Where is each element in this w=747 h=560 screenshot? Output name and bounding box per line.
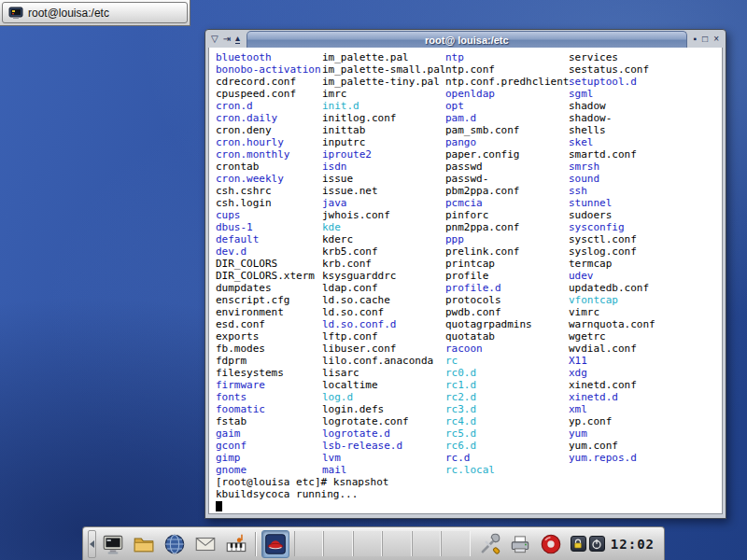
directory-entry: ssh: [569, 185, 655, 197]
tools-icon: [477, 532, 501, 556]
file-entry: shells: [569, 124, 655, 136]
symlink-entry: log.d: [322, 391, 445, 403]
directory-entry: foomatic: [216, 403, 321, 415]
directory-entry: skel: [569, 136, 655, 148]
maximize-button[interactable]: □: [702, 35, 708, 44]
file-entry: paper.config: [445, 148, 569, 161]
directory-entry: fonts: [216, 391, 321, 403]
directory-entry: isdn: [322, 161, 445, 173]
desktop-background: root@louisa:/etc ▽ ⇥ ▴ root@ louisa:/etc…: [0, 0, 747, 560]
panel-separator: [255, 532, 257, 556]
file-entry: libuser.conf: [322, 343, 445, 355]
file-entry: kderc: [322, 233, 445, 245]
file-entry: updatedb.conf: [569, 282, 655, 294]
minimize-button[interactable]: ▪: [694, 35, 698, 44]
clock[interactable]: 12:02: [611, 537, 655, 552]
empty-taskbar-slot: [382, 531, 411, 556]
terminal-content[interactable]: bluetoothbonobo-activationcdrecord.confc…: [208, 48, 723, 514]
titlebar-caption[interactable]: root@ louisa:/etc: [247, 31, 686, 48]
web-browser-launcher-button[interactable]: [161, 530, 189, 558]
file-entry: xinetd.conf: [569, 379, 655, 391]
titlebar[interactable]: ▽ ⇥ ▴ root@ louisa:/etc ▪ □ ×: [208, 30, 723, 48]
file-list-column: bluetoothbonobo-activationcdrecord.confc…: [216, 51, 321, 476]
file-entry: pam_smb.conf: [445, 124, 569, 136]
file-entry: yum.conf: [569, 440, 655, 452]
symlink-entry: rc1.d: [445, 379, 569, 391]
directory-entry: stunnel: [569, 197, 655, 209]
file-entry: cron.deny: [216, 124, 321, 136]
file-entry: smartd.conf: [569, 148, 655, 161]
directory-entry: xdg: [569, 367, 655, 379]
directory-entry: udev: [569, 270, 655, 282]
taskbar-task-button[interactable]: root@louisa:/etc: [2, 2, 188, 23]
file-entry: vimrc: [569, 306, 655, 318]
file-list-column: ntpntp.confntp.conf.predhclientopenldapo…: [445, 51, 569, 476]
directory-entry: xinetd.d: [569, 391, 655, 403]
directory-entry: lsb-release.d: [322, 440, 445, 452]
file-entry: inputrc: [322, 136, 445, 148]
directory-entry: opt: [445, 100, 569, 112]
lock-screen-button[interactable]: [571, 536, 586, 552]
file-entry: services: [569, 51, 655, 63]
file-entry: wgetrc: [569, 330, 655, 343]
file-entry: cpuspeed.conf: [216, 88, 321, 100]
file-entry: sestatus.conf: [569, 63, 655, 76]
directory-entry: bonobo-activation: [216, 63, 321, 76]
empty-taskbar-slot: [294, 531, 323, 556]
file-entry: warnquota.conf: [569, 318, 655, 330]
file-entry: quotagrpadmins: [445, 318, 569, 330]
system-buttons: [571, 536, 605, 552]
power-icon: [591, 539, 602, 550]
shade-icon[interactable]: ▴: [235, 34, 240, 44]
printer-launcher-button[interactable]: [506, 530, 534, 558]
file-entry: initlog.conf: [322, 112, 445, 124]
media-launcher-button[interactable]: [222, 530, 250, 558]
symlink-entry: rc4.d: [445, 415, 569, 427]
file-entry: passwd-: [445, 173, 569, 185]
fedora-menu-button[interactable]: [261, 530, 289, 558]
update-notifier-button[interactable]: [537, 530, 565, 558]
empty-taskbar-slot: [353, 531, 382, 556]
directory-entry: openldap: [445, 88, 569, 100]
directory-entry: default: [216, 233, 321, 245]
file-entry: login.defs: [322, 403, 445, 415]
status-line: kbuildsycoca running...: [216, 488, 358, 500]
directory-entry: dbus-1: [216, 221, 321, 233]
directory-entry: sound: [569, 173, 655, 185]
file-entry: wvdial.conf: [569, 343, 655, 355]
file-entry: sysctl.conf: [569, 233, 655, 245]
directory-entry: dev.d: [216, 245, 321, 258]
file-entry: termcap: [569, 258, 655, 270]
file-entry: im_palette.pal: [322, 51, 445, 63]
file-list-column: servicessestatus.confsetuptool.dsgmlshad…: [569, 51, 655, 464]
file-entry: fstab: [216, 415, 321, 427]
logout-button[interactable]: [589, 536, 605, 552]
symlink-entry: rc: [445, 355, 569, 367]
taskbar-task-label: root@louisa:/etc: [28, 7, 109, 20]
file-entry: ksysguarddrc: [322, 270, 445, 282]
directory-entry: gaim: [216, 427, 321, 440]
panel-hide-handle[interactable]: [88, 530, 96, 558]
sticky-icon[interactable]: ⇥: [223, 35, 231, 44]
symlink-entry: kde: [322, 221, 445, 233]
directory-entry: yum.repos.d: [569, 452, 655, 464]
directory-entry: xml: [569, 403, 655, 415]
terminal-window: ▽ ⇥ ▴ root@ louisa:/etc ▪ □ × bluetoothb…: [204, 29, 726, 519]
close-button[interactable]: ×: [713, 35, 719, 44]
file-entry: localtime: [322, 379, 445, 391]
file-entry: passwd: [445, 161, 569, 173]
directory-entry: cron.hourly: [216, 136, 321, 148]
file-entry: filesystems: [216, 367, 321, 379]
terminal-launcher-button[interactable]: [99, 530, 127, 558]
file-entry: environment: [216, 306, 321, 318]
symlink-entry: rc2.d: [445, 391, 569, 403]
prompt-line: [root@louisa etc]# ksnapshot: [216, 476, 388, 488]
window-menu-icon[interactable]: ▽: [211, 35, 218, 44]
home-folder-launcher-button[interactable]: [130, 530, 158, 558]
file-entry: pwdb.conf: [445, 306, 569, 318]
mail-launcher-button[interactable]: [191, 530, 219, 558]
directory-entry: ld.so.conf.d: [322, 318, 445, 330]
directory-entry: logrotate.d: [322, 427, 445, 440]
directory-entry: cron.d: [216, 100, 321, 112]
utilities-launcher-button[interactable]: [475, 530, 503, 558]
